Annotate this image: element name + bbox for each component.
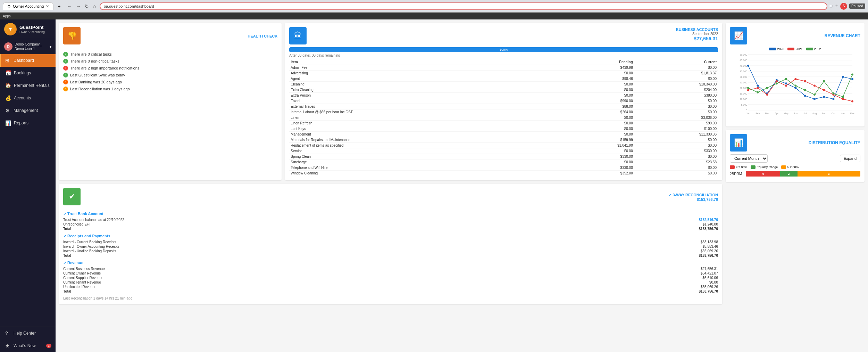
reconciliation-card: ✔ ↗ 3-WAY RECONCILIATION $153,756.70 ↗ T… — [59, 184, 722, 304]
pending-cell: $330.00 — [559, 154, 634, 159]
legend-label: 2020 — [777, 47, 784, 51]
receipts-title[interactable]: ↗ Receipts and Payments — [63, 234, 718, 238]
svg-text:10,000: 10,000 — [740, 98, 748, 100]
address-bar[interactable]: oa.guestpoint.com/dashboard — [100, 2, 827, 10]
col-pending: Pending — [559, 59, 634, 65]
health-item-text: There are 2 high importance notification… — [70, 66, 139, 70]
svg-text:Jul: Jul — [803, 112, 807, 115]
table-row: External Trades$88.00$0.00 — [289, 104, 718, 109]
health-item-text: There are 0 critical tasks — [70, 52, 112, 56]
svg-point-50 — [785, 85, 787, 87]
item-cell: Advertising — [289, 71, 558, 76]
sidebar-item-label-help: Help Center — [14, 331, 36, 336]
user-chevron: ▾ — [50, 45, 51, 49]
sidebar-item-whats-new[interactable]: ★ What's New 3 — [0, 339, 56, 352]
chart-area: 05,00010,00015,00020,00025,00030,00035,0… — [730, 53, 860, 122]
sidebar-item-accounts[interactable]: 💰 Accounts — [0, 92, 56, 104]
revenue-value: $54,421.07 — [701, 271, 718, 275]
tab-close[interactable]: ✕ — [46, 4, 49, 9]
sidebar-user[interactable]: D Demo Company_ Demo User 1 ▾ — [0, 39, 56, 54]
health-dot: • — [63, 73, 68, 77]
recon-link[interactable]: ↗ 3-WAY RECONCILIATION $153,756.70 — [668, 193, 718, 202]
revenue-label: Current Supplier Revenue — [63, 276, 103, 280]
receipt-label: Inward - Unalloc Booking Deposits — [63, 249, 116, 253]
dist-legend-color — [781, 165, 786, 169]
pending-cell: $0.00 — [559, 82, 634, 87]
current-cell: $10,340.00 — [634, 82, 718, 87]
star-icon[interactable]: ☆ — [835, 4, 838, 8]
item-cell: Spring Clean — [289, 154, 558, 159]
table-row: Management$0.00$11,330.36 — [289, 132, 718, 137]
sidebar-item-help[interactable]: ? Help Center — [0, 327, 56, 339]
dist-expand-button[interactable]: Expand — [840, 155, 860, 162]
svg-text:35,000: 35,000 — [740, 70, 748, 73]
svg-point-65 — [813, 93, 816, 96]
pending-cell: $0.00 — [559, 71, 634, 76]
current-cell: $0.00 — [634, 109, 718, 115]
revenue-row: Current Owner Revenue$54,421.07 — [63, 271, 718, 276]
row1: 👎 HEALTH CHECK •There are 0 critical tas… — [59, 23, 722, 180]
svg-text:Mar: Mar — [765, 112, 770, 115]
receipt-value: $65,069.26 — [701, 249, 718, 253]
dist-month-select[interactable]: Current Month — [730, 154, 768, 163]
table-row: Spring Clean$330.00$0.00 — [289, 154, 718, 159]
revenue-row: Current Tenant Revenue$0.00 — [63, 280, 718, 285]
health-dot: • — [63, 66, 68, 71]
col-item: Item — [289, 59, 558, 65]
tab-title: Owner Accounting — [13, 4, 44, 8]
browser-chrome: ⚙ Owner Accounting ✕ + ← → ↻ ⌂ oa.guestp… — [0, 0, 868, 13]
sidebar-item-dashboard[interactable]: ⊞ Dashboard — [0, 54, 56, 67]
item-cell: Linen Refresh — [289, 121, 558, 126]
current-cell: $1,813.37 — [634, 71, 718, 76]
reload-button[interactable]: ↻ — [83, 3, 90, 10]
dist-icon: 📊 — [730, 134, 747, 152]
health-item-text: Last Reconciliation was 1 days ago — [70, 87, 130, 91]
browser-actions: ⊞ ☆ S Paused — [829, 3, 865, 10]
progress-bar: 100% — [289, 47, 718, 52]
sidebar-item-label-reports: Reports — [14, 121, 28, 125]
whats-new-badge: 3 — [46, 344, 51, 348]
current-cell: $99.00 — [634, 121, 718, 126]
table-row: Advertising$0.00$1,813.37 — [289, 71, 718, 76]
svg-point-53 — [813, 85, 816, 87]
current-cell: $330.00 — [634, 148, 718, 154]
sidebar-item-bookings[interactable]: 📅 Bookings — [0, 67, 56, 79]
item-cell: Cleaning — [289, 82, 558, 87]
sidebar-item-management[interactable]: ⚙ Management — [0, 104, 56, 117]
svg-point-40 — [804, 95, 806, 97]
user-text: Demo Company_ Demo User 1 — [15, 42, 42, 51]
accounts-link[interactable]: BUSINESS ACCOUNTS — [676, 27, 718, 32]
receipt-value: $83,133.98 — [701, 240, 718, 244]
svg-point-51 — [794, 78, 796, 80]
back-button[interactable]: ← — [65, 3, 73, 10]
health-dot: • — [63, 52, 68, 57]
forward-button[interactable]: → — [74, 3, 82, 10]
new-tab-button[interactable]: + — [55, 2, 63, 10]
revenue-title[interactable]: ↗ Revenue — [63, 261, 718, 265]
svg-point-66 — [823, 80, 825, 82]
health-check-link[interactable]: HEALTH CHECK — [248, 34, 277, 38]
whats-new-icon: ★ — [5, 343, 11, 349]
svg-point-61 — [776, 82, 778, 84]
col-current: Current — [634, 59, 718, 65]
current-cell: $3,036.00 — [634, 115, 718, 121]
home-button[interactable]: ⌂ — [92, 3, 97, 10]
svg-point-69 — [851, 74, 853, 76]
health-item: •There are 0 critical tasks — [63, 51, 277, 58]
sidebar-item-permanent-rentals[interactable]: 🏠 Permanent Rentals — [0, 79, 56, 92]
health-item: •Last Reconciliation was 1 days ago — [63, 85, 277, 92]
svg-point-57 — [851, 100, 853, 102]
sidebar-item-reports[interactable]: 📊 Reports — [0, 117, 56, 129]
current-cell: $0.00 — [634, 137, 718, 143]
accounts-title-area: BUSINESS ACCOUNTS September 2022 $27,656… — [310, 27, 718, 41]
active-tab[interactable]: ⚙ Owner Accounting ✕ — [3, 2, 53, 10]
revenue-value: $153,756.70 — [699, 289, 718, 293]
receipt-label: Total — [63, 254, 71, 257]
left-cols: 👎 HEALTH CHECK •There are 0 critical tas… — [59, 23, 722, 349]
profile-icon[interactable]: S — [840, 3, 847, 10]
svg-point-62 — [785, 78, 787, 80]
table-row: Admin Fee$439.98$0.00 — [289, 65, 718, 71]
item-cell: Window Cleaning — [289, 171, 558, 176]
unreconciled-row: Unreconciled EFT $1,240.00 — [63, 222, 718, 227]
trust-bank-title[interactable]: ↗ Trust Bank Account — [63, 212, 718, 216]
